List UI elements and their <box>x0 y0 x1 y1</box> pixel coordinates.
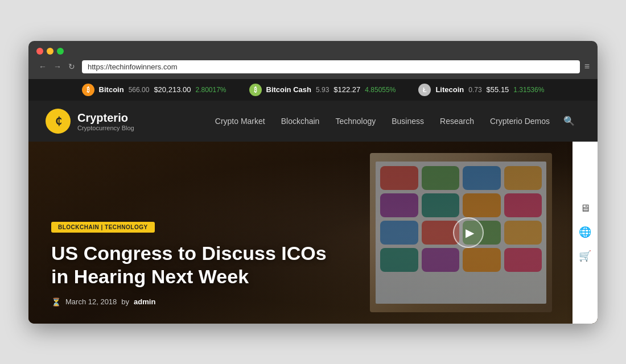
nav-bar: ₵ Crypterio Cryptocurrency Blog Crypto M… <box>28 101 598 142</box>
logo-area[interactable]: ₵ Crypterio Cryptocurrency Blog <box>46 101 134 142</box>
logo-title: Crypterio <box>77 111 134 125</box>
app-icon <box>504 248 542 272</box>
hero-content: BLOCKCHAIN | TECHNOLOGY US Congress to D… <box>51 221 347 307</box>
bitcoin-price: $20,213.00 <box>154 85 191 94</box>
ticker-item-bitcoincash: ₿ Bitcoin Cash 5.93 $122.27 4.85055% <box>249 84 396 96</box>
nav-buttons: ← → ↻ <box>36 61 77 72</box>
bitcoincash-volume: 5.93 <box>316 86 329 94</box>
litecoin-name: Litecoin <box>435 85 464 94</box>
sidebar-icons: 🖥 🌐 🛒 <box>573 142 598 324</box>
ticker-item-bitcoin: ₿ Bitcoin 566.00 $20,213.00 2.80017% <box>82 84 226 96</box>
app-icon <box>422 166 460 190</box>
bitcoincash-price: $122.27 <box>333 85 360 94</box>
app-icon <box>504 166 542 190</box>
hero-category-tag: BLOCKCHAIN | TECHNOLOGY <box>51 222 155 233</box>
clock-icon: ⏳ <box>51 297 61 307</box>
bitcoincash-icon: ₿ <box>249 84 262 96</box>
play-icon: ▶ <box>466 226 474 239</box>
maximize-dot[interactable] <box>57 48 64 55</box>
app-icon <box>380 166 418 190</box>
browser-window: ← → ↻ https://techinfowinners.com ≡ ₿ Bi… <box>28 41 598 324</box>
bitcoincash-change: 4.85055% <box>365 86 396 94</box>
browser-toolbar: ← → ↻ https://techinfowinners.com ≡ <box>36 60 590 73</box>
globe-icon[interactable]: 🌐 <box>579 226 591 238</box>
website: ₿ Bitcoin 566.00 $20,213.00 2.80017% ₿ B… <box>28 79 598 324</box>
app-icon <box>380 248 418 272</box>
back-button[interactable]: ← <box>36 61 49 72</box>
litecoin-change: 1.31536% <box>513 86 544 94</box>
nav-links: Crypto Market Blockchain Technology Busi… <box>207 103 580 139</box>
logo-subtitle: Cryptocurrency Blog <box>77 125 134 131</box>
litecoin-price: $55.15 <box>487 85 509 94</box>
nav-crypto-market[interactable]: Crypto Market <box>207 104 273 138</box>
browser-chrome: ← → ↻ https://techinfowinners.com ≡ <box>28 41 598 79</box>
search-icon[interactable]: 🔍 <box>558 103 580 139</box>
bitcoin-name: Bitcoin <box>99 85 124 94</box>
browser-menu-icon[interactable]: ≡ <box>584 61 590 72</box>
app-icon <box>504 193 542 217</box>
hero-author: admin <box>134 297 155 306</box>
reload-button[interactable]: ↻ <box>66 61 77 72</box>
app-icon <box>463 166 501 190</box>
litecoin-volume: 0.73 <box>468 86 481 94</box>
app-icon <box>504 221 542 245</box>
bitcoin-change: 2.80017% <box>195 86 226 94</box>
hero-date: March 12, 2018 <box>65 297 117 306</box>
monitor-icon[interactable]: 🖥 <box>580 202 590 214</box>
nav-technology[interactable]: Technology <box>327 104 384 138</box>
app-icon <box>422 248 460 272</box>
close-dot[interactable] <box>36 48 43 55</box>
bitcoin-volume: 566.00 <box>129 86 150 94</box>
nav-crypterio-demos[interactable]: Crypterio Demos <box>482 104 558 138</box>
app-icon <box>422 193 460 217</box>
address-bar[interactable]: https://techinfowinners.com <box>82 60 580 73</box>
litecoin-icon: Ł <box>418 84 431 96</box>
bitcoin-icon: ₿ <box>82 84 94 96</box>
ticker-item-litecoin: Ł Litecoin 0.73 $55.15 1.31536% <box>418 84 544 96</box>
play-button[interactable]: ▶ <box>453 217 484 248</box>
app-icon <box>463 193 501 217</box>
hero-by: by <box>121 297 129 306</box>
minimize-dot[interactable] <box>47 48 53 55</box>
nav-blockchain[interactable]: Blockchain <box>273 104 328 138</box>
logo-icon: ₵ <box>46 109 71 134</box>
app-icon <box>380 193 418 217</box>
hero-section: BLOCKCHAIN | TECHNOLOGY US Congress to D… <box>28 142 598 324</box>
app-icon <box>463 248 501 272</box>
logo-text: Crypterio Cryptocurrency Blog <box>77 111 134 131</box>
forward-button[interactable]: → <box>51 61 64 72</box>
nav-business[interactable]: Business <box>384 104 432 138</box>
cart-icon[interactable]: 🛒 <box>579 250 591 262</box>
bitcoincash-name: Bitcoin Cash <box>266 85 311 94</box>
app-icon <box>380 221 418 245</box>
nav-research[interactable]: Research <box>432 104 482 138</box>
browser-dots <box>36 48 590 55</box>
hero-meta: ⏳ March 12, 2018 by admin <box>51 297 347 307</box>
hero-title: US Congress to Discuss ICOs in Hearing N… <box>51 242 347 288</box>
ticker-bar: ₿ Bitcoin 566.00 $20,213.00 2.80017% ₿ B… <box>28 79 598 101</box>
